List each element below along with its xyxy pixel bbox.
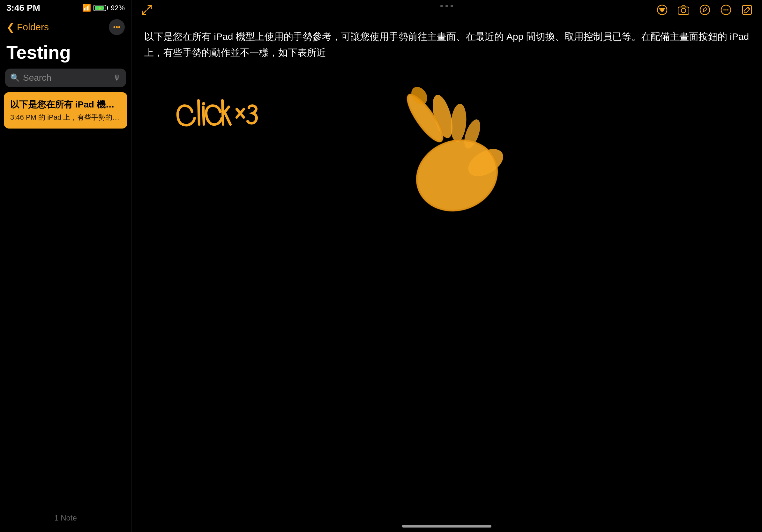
status-time: 3:46 PM	[6, 3, 40, 13]
drawing-canvas	[131, 22, 762, 532]
toolbar-right	[657, 4, 752, 18]
search-icon: 🔍	[10, 73, 20, 82]
svg-point-13	[681, 8, 686, 13]
wifi-icon: 📶	[82, 4, 91, 12]
hand-drawing	[401, 84, 508, 223]
home-indicator	[402, 525, 492, 528]
note-meta: 3:46 PM 的 iPad 上，有些手勢的動...	[10, 112, 121, 122]
note-title: 以下是您在所有 iPad 機型上使用...	[10, 99, 121, 111]
top-center-dots	[440, 5, 453, 7]
svg-point-14	[700, 5, 710, 15]
right-panel: 以下是您在所有 iPad 機型上使用的手勢參考，可讓您使用手勢前往主畫面、在最近…	[131, 0, 762, 532]
note-list-item[interactable]: 以下是您在所有 iPad 機型上使用... 3:46 PM 的 iPad 上，有…	[4, 92, 127, 129]
svg-point-17	[725, 9, 726, 11]
svg-rect-19	[742, 5, 751, 14]
note-count: 1 Note	[0, 513, 131, 522]
svg-point-25	[429, 93, 456, 140]
svg-point-16	[724, 9, 725, 11]
battery-pct: 92%	[111, 4, 125, 12]
svg-point-18	[727, 9, 728, 11]
folder-title: Testing	[0, 38, 131, 69]
svg-point-24	[408, 84, 430, 107]
note-preview: 的 iPad 上，有些手勢的動...	[38, 113, 121, 121]
svg-line-0	[142, 11, 146, 14]
dot-3	[451, 5, 453, 7]
svg-point-27	[461, 117, 484, 151]
microphone-icon[interactable]: 🎙	[113, 73, 121, 82]
dot-1	[440, 5, 443, 7]
note-time: 3:46 PM	[10, 113, 37, 121]
back-chevron-icon: ❮	[6, 21, 15, 33]
battery-bolt-icon: ⚡	[98, 6, 102, 10]
search-bar[interactable]: 🔍 Search 🎙	[5, 69, 126, 87]
markup-icon[interactable]	[700, 4, 710, 18]
svg-point-22	[406, 128, 508, 223]
compose-icon[interactable]	[741, 4, 752, 18]
checklist-icon[interactable]	[657, 4, 667, 18]
note-body-text: 以下是您在所有 iPad 機型上使用的手勢參考，可讓您使用手勢前往主畫面、在最近…	[144, 29, 749, 60]
note-content: 以下是您在所有 iPad 機型上使用的手勢參考，可讓您使用手勢前往主畫面、在最近…	[131, 22, 762, 532]
search-input[interactable]: Search	[23, 73, 110, 83]
battery-indicator: ⚡	[94, 5, 108, 11]
folder-more-icon: •••	[113, 23, 120, 31]
svg-point-30	[402, 90, 448, 146]
top-bar: ❮ Folders •••	[0, 16, 131, 38]
svg-point-29	[407, 129, 507, 222]
status-bar: 3:46 PM 📶 ⚡ 92%	[0, 0, 131, 16]
svg-point-23	[401, 89, 449, 147]
status-right: 📶 ⚡ 92%	[82, 4, 125, 12]
camera-icon[interactable]	[678, 5, 689, 17]
svg-line-3	[147, 5, 151, 9]
back-button[interactable]: ❮ Folders	[6, 21, 49, 33]
left-panel: 3:46 PM 📶 ⚡ 92% ❮ Folders ••• Testing	[0, 0, 131, 532]
folder-more-button[interactable]: •••	[109, 19, 125, 35]
more-icon[interactable]	[721, 4, 731, 18]
dot-2	[445, 5, 448, 7]
back-label: Folders	[17, 22, 49, 33]
svg-point-26	[449, 103, 468, 143]
svg-point-21	[202, 102, 205, 105]
svg-point-28	[464, 144, 508, 182]
note-toolbar	[131, 0, 762, 22]
expand-button[interactable]	[141, 4, 153, 19]
